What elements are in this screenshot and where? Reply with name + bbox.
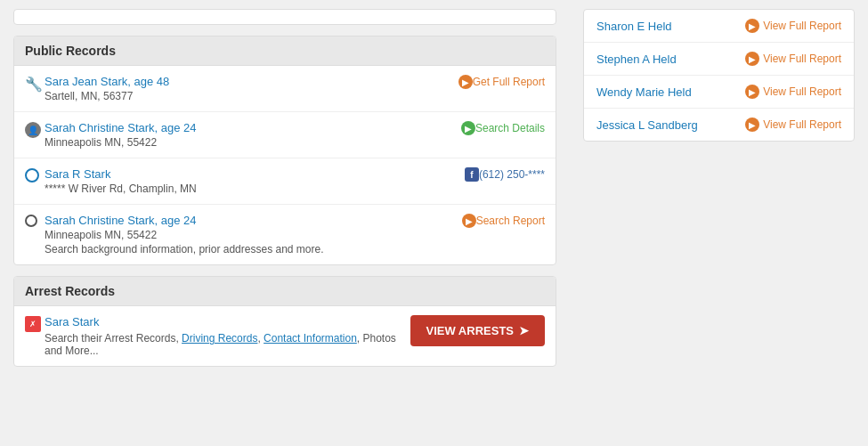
view-full-report-wendy[interactable]: ▶ View Full Report bbox=[745, 85, 841, 99]
circle-orange-icon-wendy: ▶ bbox=[745, 85, 759, 99]
view-full-label-stephen: View Full Report bbox=[763, 53, 841, 65]
person-icon: 👤 bbox=[25, 122, 41, 138]
related-item-stephen: Stephen A Held ▶ View Full Report bbox=[584, 43, 854, 76]
action-phone[interactable]: f (612) 250-**** bbox=[465, 167, 545, 182]
action-search-report[interactable]: ▶ Search Report bbox=[462, 214, 545, 228]
search-report-link[interactable]: Search Report bbox=[476, 215, 545, 227]
circle-outline-icon bbox=[25, 168, 39, 182]
circle-green-icon: ▶ bbox=[461, 121, 475, 135]
record-content: Sarah Christine Stark, age 24 Minneapoli… bbox=[45, 121, 461, 149]
record-content: Sara R Stark ***** W River Rd, Champlin,… bbox=[45, 167, 465, 195]
arrest-content: Sara Stark Search their Arrest Records, … bbox=[45, 315, 410, 357]
tool-icon: 🔧 bbox=[25, 76, 45, 93]
circle-orange-icon-jessica: ▶ bbox=[745, 118, 759, 132]
related-item-sharon: Sharon E Held ▶ View Full Report bbox=[584, 10, 854, 43]
arrest-icon-container: ✗ bbox=[25, 316, 45, 332]
circle-dark-icon-container bbox=[25, 215, 45, 230]
related-item-jessica: Jessica L Sandberg ▶ View Full Report bbox=[584, 109, 854, 141]
search-details-link[interactable]: Search Details bbox=[475, 122, 545, 134]
arrest-name-sara-stark[interactable]: Sara Stark bbox=[45, 315, 99, 328]
arrest-icon: ✗ bbox=[25, 316, 41, 332]
left-panel: Public Records 🔧 Sara Jean Stark, age 48… bbox=[0, 0, 570, 446]
view-arrests-button[interactable]: VIEW ARRESTS ➤ bbox=[410, 315, 545, 346]
circle-orange-icon-2: ▶ bbox=[462, 214, 476, 228]
arrest-item-sara-stark: ✗ Sara Stark Search their Arrest Records… bbox=[14, 306, 556, 366]
related-box: Sharon E Held ▶ View Full Report Stephen… bbox=[583, 9, 855, 142]
record-name-sara-r[interactable]: Sara R Stark bbox=[45, 167, 110, 181]
record-name-sarah-christine-1[interactable]: Sarah Christine Stark, age 24 bbox=[45, 121, 197, 134]
circle-orange-icon-sharon: ▶ bbox=[745, 19, 759, 33]
view-full-label-jessica: View Full Report bbox=[763, 118, 841, 131]
record-address-sarah-christine-1: Minneapolis MN, 55422 bbox=[45, 136, 461, 149]
record-address-sara-r: ***** W River Rd, Champlin, MN bbox=[45, 182, 465, 195]
record-address-sara-jean: Sartell, MN, 56377 bbox=[45, 90, 458, 102]
action-get-full[interactable]: ▶ Get Full Report bbox=[458, 75, 545, 89]
driving-records-link[interactable]: Driving Records bbox=[182, 332, 257, 345]
public-records-header: Public Records bbox=[14, 36, 556, 66]
arrest-records-section: Arrest Records ✗ Sara Stark Search their… bbox=[13, 276, 556, 367]
related-name-jessica[interactable]: Jessica L Sandberg bbox=[596, 118, 698, 132]
person-icon-container: 👤 bbox=[25, 122, 45, 138]
phone-number: (612) 250-**** bbox=[479, 168, 545, 181]
view-full-label-sharon: View Full Report bbox=[763, 20, 841, 32]
record-item-sara-r: Sara R Stark ***** W River Rd, Champlin,… bbox=[14, 158, 556, 205]
view-full-label-wendy: View Full Report bbox=[763, 85, 841, 98]
arrest-records-title: Arrest Records bbox=[25, 284, 115, 298]
action-search-details[interactable]: ▶ Search Details bbox=[461, 121, 545, 135]
related-name-wendy[interactable]: Wendy Marie Held bbox=[596, 85, 692, 99]
public-records-section: Public Records 🔧 Sara Jean Stark, age 48… bbox=[13, 36, 556, 265]
record-content: Sarah Christine Stark, age 24 Minneapoli… bbox=[45, 214, 462, 255]
related-name-sharon[interactable]: Sharon E Held bbox=[596, 20, 672, 33]
view-arrests-label: VIEW ARRESTS bbox=[426, 324, 514, 337]
record-address-sarah-christine-2: Minneapolis MN, 55422 bbox=[45, 229, 462, 241]
record-item-sarah-christine-2: Sarah Christine Stark, age 24 Minneapoli… bbox=[14, 205, 556, 264]
circle-dark-icon bbox=[25, 215, 37, 227]
view-full-report-sharon[interactable]: ▶ View Full Report bbox=[745, 19, 841, 33]
record-item-sarah-christine-1: 👤 Sarah Christine Stark, age 24 Minneapo… bbox=[14, 112, 556, 158]
circle-outline-icon-container bbox=[25, 168, 45, 185]
arrest-records-header: Arrest Records bbox=[14, 277, 556, 306]
record-item-sara-jean: 🔧 Sara Jean Stark, age 48 Sartell, MN, 5… bbox=[14, 66, 556, 112]
view-arrests-arrow: ➤ bbox=[519, 324, 529, 337]
view-full-report-jessica[interactable]: ▶ View Full Report bbox=[745, 118, 841, 132]
related-item-wendy: Wendy Marie Held ▶ View Full Report bbox=[584, 76, 854, 109]
record-content: Sara Jean Stark, age 48 Sartell, MN, 563… bbox=[45, 75, 458, 102]
record-name-sarah-christine-2[interactable]: Sarah Christine Stark, age 24 bbox=[45, 214, 197, 227]
circle-orange-icon: ▶ bbox=[458, 75, 473, 89]
related-name-stephen[interactable]: Stephen A Held bbox=[596, 53, 677, 66]
right-panel: Sharon E Held ▶ View Full Report Stephen… bbox=[570, 0, 868, 446]
contact-info-link[interactable]: Contact Information bbox=[264, 332, 357, 345]
fb-icon: f bbox=[465, 167, 479, 182]
record-desc-sarah-christine-2: Search background information, prior add… bbox=[45, 243, 462, 255]
record-name-sara-jean[interactable]: Sara Jean Stark, age 48 bbox=[45, 75, 169, 88]
get-full-report-link[interactable]: Get Full Report bbox=[473, 76, 545, 88]
public-records-title: Public Records bbox=[25, 44, 116, 58]
arrest-desc: Search their Arrest Records, Driving Rec… bbox=[45, 332, 410, 357]
view-full-report-stephen[interactable]: ▶ View Full Report bbox=[745, 52, 841, 66]
top-bar bbox=[13, 9, 556, 25]
action-view-arrests[interactable]: VIEW ARRESTS ➤ bbox=[410, 315, 545, 346]
circle-orange-icon-stephen: ▶ bbox=[745, 52, 759, 66]
